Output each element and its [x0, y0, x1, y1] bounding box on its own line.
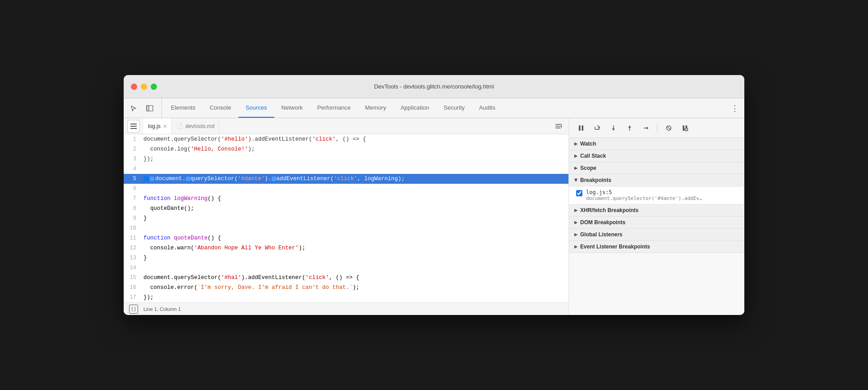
status-bar: { } Line 1, Column 1 — [124, 302, 568, 315]
scope-section-header[interactable]: ▶ Scope — [569, 162, 744, 174]
file-tab-devtools-md[interactable]: 📄 devtools.md — [172, 118, 219, 134]
code-line-8: 8 quoteDante(); — [124, 204, 568, 213]
format-icon[interactable]: { } — [129, 305, 138, 314]
watch-section-header[interactable]: ▶ Watch — [569, 138, 744, 150]
svg-rect-1 — [147, 106, 149, 111]
tab-memory[interactable]: Memory — [358, 98, 394, 118]
breakpoint-code: document.querySelector('#dante').addEv… — [586, 195, 721, 201]
code-line-11: 11 function quoteDante() { — [124, 233, 568, 243]
toolbar-separator — [657, 124, 658, 133]
code-line-3: 3 }); — [124, 154, 568, 164]
step-into-button[interactable] — [607, 121, 620, 135]
code-line-15: 15 document.querySelector('#hal').addEve… — [124, 273, 568, 283]
call-stack-label: Call Stack — [580, 153, 606, 159]
dom-triangle: ▶ — [574, 220, 577, 225]
close-button[interactable] — [131, 84, 137, 90]
code-line-12: 12 console.warn('Abandon Hope All Ye Who… — [124, 243, 568, 253]
breakpoint-info: log.js:5 document.querySelector('#dante'… — [586, 189, 737, 201]
svg-rect-7 — [555, 128, 561, 129]
tab-console[interactable]: Console — [202, 98, 238, 118]
maximize-button[interactable] — [151, 84, 157, 90]
pause-resume-button[interactable] — [574, 121, 588, 135]
svg-rect-6 — [555, 126, 560, 127]
devtools-window: DevTools - devtools.glitch.me/console/lo… — [124, 75, 744, 315]
tab-icons — [127, 98, 162, 118]
global-label: Global Listeners — [580, 231, 622, 238]
debugger-panel: ▶ Watch ▶ Call Stack ▶ Scope ▶ Breakpoin… — [569, 118, 744, 315]
svg-rect-4 — [130, 128, 137, 129]
tab-network[interactable]: Network — [274, 98, 310, 118]
tab-elements[interactable]: Elements — [164, 98, 202, 118]
svg-marker-17 — [628, 125, 631, 128]
tab-bar: Elements Console Sources Network Perform… — [124, 98, 744, 118]
global-triangle: ▶ — [574, 232, 577, 237]
file-tab-label-log-js: log.js — [148, 123, 161, 129]
dock-icon[interactable] — [143, 102, 156, 115]
svg-marker-11 — [598, 127, 600, 129]
call-stack-section-header[interactable]: ▶ Call Stack — [569, 150, 744, 162]
event-label: Event Listener Breakpoints — [580, 244, 650, 250]
file-icon-md: 📄 — [176, 123, 183, 129]
cursor-icon[interactable] — [127, 102, 140, 115]
global-listeners-section-header[interactable]: ▶ Global Listeners — [569, 229, 744, 241]
breakpoints-label: Breakpoints — [580, 177, 611, 183]
watch-triangle: ▶ — [574, 142, 577, 146]
code-line-5: 5 document.querySelector('#dante').addEv… — [124, 174, 568, 184]
svg-rect-22 — [683, 125, 685, 131]
window-controls — [131, 84, 157, 90]
breakpoint-location: log.js:5 — [586, 189, 737, 195]
breakpoint-checkbox[interactable] — [576, 190, 582, 196]
pause-on-exceptions-button[interactable] — [678, 121, 692, 135]
tab-performance[interactable]: Performance — [310, 98, 358, 118]
editor-tabs: log.js × 📄 devtools.md — [124, 118, 568, 134]
svg-line-21 — [667, 126, 671, 130]
scope-label: Scope — [580, 165, 596, 171]
code-line-6: 6 — [124, 184, 568, 194]
svg-marker-19 — [647, 127, 649, 129]
xhr-fetch-section-header[interactable]: ▶ XHR/fetch Breakpoints — [569, 204, 744, 217]
close-tab-log-js[interactable]: × — [163, 123, 167, 129]
tab-sources[interactable]: Sources — [238, 98, 274, 118]
watch-label: Watch — [580, 141, 596, 147]
code-line-10: 10 — [124, 223, 568, 233]
editor-panel: log.js × 📄 devtools.md — [124, 118, 569, 315]
debugger-sections: ▶ Watch ▶ Call Stack ▶ Scope ▶ Breakpoin… — [569, 138, 744, 315]
more-tabs-button[interactable]: ⋮ — [725, 98, 744, 118]
svg-rect-3 — [130, 126, 137, 127]
step-out-button[interactable] — [623, 121, 636, 135]
svg-rect-2 — [130, 124, 137, 124]
code-line-2: 2 console.log('Hello, Console!'); — [124, 144, 568, 154]
svg-marker-8 — [560, 125, 562, 128]
code-editor[interactable]: 1 document.querySelector('#hello').addEv… — [124, 134, 568, 302]
xhr-triangle: ▶ — [574, 208, 577, 213]
breakpoints-content: log.js:5 document.querySelector('#dante'… — [569, 186, 744, 204]
code-line-14: 14 — [124, 263, 568, 273]
tab-security[interactable]: Security — [436, 98, 472, 118]
tab-audits[interactable]: Audits — [472, 98, 502, 118]
format-button[interactable] — [552, 120, 565, 133]
file-tab-label-devtools-md: devtools.md — [185, 123, 215, 129]
code-line-17: 17 }); — [124, 292, 568, 302]
dom-breakpoints-section-header[interactable]: ▶ DOM Breakpoints — [569, 217, 744, 229]
sidebar-toggle-button[interactable] — [127, 120, 140, 133]
dom-label: DOM Breakpoints — [580, 219, 626, 226]
file-tab-log-js[interactable]: log.js × — [143, 118, 172, 134]
svg-rect-9 — [579, 125, 581, 131]
svg-marker-15 — [612, 129, 615, 131]
code-line-4: 4 — [124, 164, 568, 174]
code-line-16: 16 console.error(`I'm sorry, Dave. I'm a… — [124, 283, 568, 292]
tab-application[interactable]: Application — [394, 98, 437, 118]
event-listener-section-header[interactable]: ▶ Event Listener Breakpoints — [569, 241, 744, 253]
cursor-position: Line 1, Column 1 — [143, 306, 181, 312]
deactivate-breakpoints-button[interactable] — [662, 121, 676, 135]
step-over-button[interactable] — [591, 121, 604, 135]
code-line-7: 7 function logWarning() { — [124, 194, 568, 204]
minimize-button[interactable] — [141, 84, 147, 90]
svg-rect-10 — [582, 125, 584, 131]
code-line-13: 13 } — [124, 253, 568, 263]
code-line-9: 9 } — [124, 213, 568, 223]
step-button[interactable] — [639, 121, 653, 135]
breakpoints-section-header[interactable]: ▶ Breakpoints — [569, 174, 744, 186]
code-line-1: 1 document.querySelector('#hello').addEv… — [124, 134, 568, 144]
scope-triangle: ▶ — [574, 166, 577, 170]
